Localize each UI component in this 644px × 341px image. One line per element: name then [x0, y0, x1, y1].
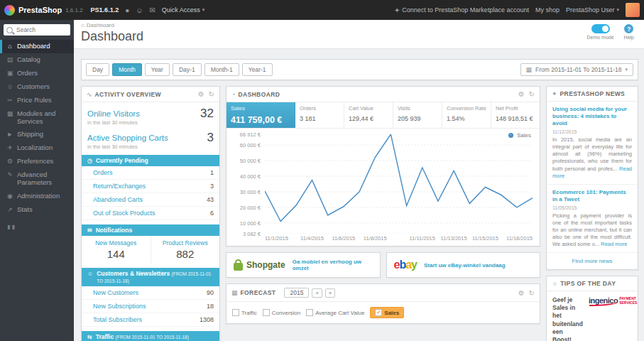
kpi-visits[interactable]: Visits205 939	[393, 102, 442, 128]
y-axis-label: 30 000 €	[240, 189, 261, 195]
date-range-picker[interactable]: ▦ From 2015-11-01 To 2015-11-18 ▾	[520, 63, 633, 76]
kpi-value: 205 939	[398, 115, 437, 122]
chart-plot-area[interactable]	[265, 134, 533, 234]
notification-new-messages[interactable]: New Messages144	[82, 236, 151, 264]
customers-newsletters-header: ☺ Customers & Newsletters (FROM 2015-11-…	[82, 268, 219, 286]
cart-icon[interactable]: ●	[125, 6, 129, 14]
kpi-label: Cart Value	[349, 105, 388, 112]
kpi-sales[interactable]: Sales411 759,00 €	[227, 102, 295, 128]
sidebar-item-preferences[interactable]: ⚙Preferences	[0, 155, 74, 168]
sales-line-chart	[265, 134, 533, 234]
messages-icon[interactable]: ✉	[149, 6, 155, 14]
breadcrumb[interactable]: ⌂ Dashboard	[81, 22, 143, 28]
sidebar-item-localization[interactable]: ✈Localization	[0, 141, 74, 155]
sidebar-item-modules-and-services[interactable]: ▩Modules and Services	[0, 107, 74, 129]
sidebar-item-administration[interactable]: ◉Administration	[0, 190, 74, 203]
marketplace-link[interactable]: ✦ Connect to PrestaShop Marketplace acco…	[394, 6, 529, 14]
activity-row-abandoned-carts[interactable]: Abandoned Carts43	[82, 193, 219, 207]
activity-row-out-of-stock-products[interactable]: Out of Stock Products6	[82, 207, 219, 220]
refresh-icon[interactable]: ↻	[529, 90, 535, 98]
activity-row-value: 1308	[200, 316, 214, 323]
shopgate-link[interactable]: Ga mobiel en verhoog uw omzet	[293, 259, 373, 271]
gear-icon[interactable]: ⚙	[198, 90, 204, 98]
activity-row-orders[interactable]: Orders1	[82, 166, 219, 180]
user-menu[interactable]: PrestaShop User ▾	[566, 6, 619, 13]
toggle-knob	[602, 26, 608, 32]
shipping-icon: ►	[6, 131, 13, 138]
kpi-cart-value[interactable]: Cart Value129,44 €	[344, 102, 393, 128]
help-icon[interactable]: ?	[624, 24, 633, 33]
filter-button-month-1[interactable]: Month-1	[204, 63, 239, 76]
activity-row-return-exchanges[interactable]: Return/Exchanges3	[82, 180, 219, 193]
forecast-legend-label: Traffic	[241, 310, 257, 316]
news-item: Ecommerce 101: Payments in a Tweet11/05/…	[547, 185, 638, 254]
read-more-link[interactable]: Read more	[601, 241, 627, 247]
forecast-icon: ▦	[231, 289, 238, 296]
quick-access-menu[interactable]: Quick Access ▾	[162, 6, 205, 13]
sidebar-item-dashboard[interactable]: ⌂Dashboard	[0, 40, 74, 53]
filter-button-day-1[interactable]: Day-1	[173, 63, 202, 76]
sidebar-item-stats[interactable]: ↗Stats	[0, 203, 74, 217]
activity-row-new-customers[interactable]: New Customers90	[82, 286, 219, 300]
active-carts-value: 3	[207, 131, 214, 145]
notification-value: 882	[154, 248, 217, 260]
filter-button-year-1[interactable]: Year-1	[242, 63, 273, 76]
sidebar-nav: ⌂Dashboard▤Catalog▣Orders☺Customers✂Pric…	[0, 40, 74, 217]
breadcrumb-label: Dashboard	[87, 22, 114, 28]
date-range-label: From 2015-11-01 To 2015-11-18	[535, 66, 621, 73]
sidebar-item-advanced-parameters[interactable]: ✎Advanced Parameters	[0, 168, 74, 190]
gear-icon[interactable]: ⚙	[518, 289, 525, 297]
online-visitors-link[interactable]: Online Visitors	[87, 109, 140, 118]
kpi-net-profit[interactable]: Net Profit148 918,51 €	[491, 102, 540, 128]
y-axis-label: 10 000 €	[240, 220, 261, 227]
forecast-year-select[interactable]: 2015	[284, 288, 309, 298]
activity-row-total-subscribers[interactable]: Total Subscribers1308	[82, 313, 219, 327]
gear-icon[interactable]: ⚙	[518, 90, 525, 98]
forecast-next-button[interactable]: »	[325, 288, 335, 298]
sidebar-item-label: Shipping	[17, 131, 43, 139]
panel-title: DASHBOARD	[238, 91, 280, 98]
prestashop-news-panel: ✦ PRESTASHOP NEWS Using social media for…	[546, 86, 638, 270]
activity-row-label: New Subscriptions	[93, 303, 146, 310]
sidebar-item-catalog[interactable]: ▤Catalog	[0, 53, 74, 67]
x-axis-label: 11/13/2015	[441, 235, 467, 242]
news-headline[interactable]: Using social media for your business: 4 …	[552, 106, 632, 127]
filter-button-month[interactable]: Month	[112, 63, 142, 76]
dashboard-icon: ⌂	[6, 43, 13, 50]
my-shop-link[interactable]: My shop	[535, 6, 560, 13]
forecast-prev-button[interactable]: «	[312, 288, 322, 298]
sidebar-item-customers[interactable]: ☺Customers	[0, 80, 74, 94]
activity-row-new-subscriptions[interactable]: New Subscriptions18	[82, 300, 219, 313]
find-more-news-link[interactable]: Find more news	[547, 253, 638, 269]
read-more-link[interactable]: Read more	[552, 166, 632, 179]
forecast-legend-sales[interactable]: ✓Sales	[370, 307, 404, 318]
refresh-icon[interactable]: ↻	[529, 289, 535, 297]
prestashop-logo[interactable]: PrestaShop 1.6.1.2	[4, 5, 83, 16]
filter-button-year[interactable]: Year	[145, 63, 170, 76]
forecast-legend-traffic[interactable]: Traffic	[232, 309, 257, 316]
avatar[interactable]	[626, 3, 640, 17]
kpi-value: 411 759,00 €	[231, 115, 290, 125]
demo-mode-label: Demo mode	[586, 35, 613, 40]
sidebar-item-orders[interactable]: ▣Orders	[0, 67, 74, 80]
kpi-orders[interactable]: Orders3 181	[295, 102, 344, 128]
sidebar-item-shipping[interactable]: ►Shipping	[0, 128, 74, 141]
ebay-link[interactable]: Start uw eBay-winkel vandaag	[424, 262, 506, 269]
news-headline[interactable]: Ecommerce 101: Payments in a Tweet	[552, 189, 632, 203]
refresh-icon[interactable]: ↻	[209, 90, 214, 98]
sidebar-item-price-rules[interactable]: ✂Price Rules	[0, 94, 74, 107]
customers-icon[interactable]: ☺	[136, 6, 143, 14]
filter-button-day[interactable]: Day	[86, 63, 109, 76]
kpi-conversion-rate[interactable]: Conversion Rate1.54%	[442, 102, 491, 128]
search-input[interactable]	[15, 26, 67, 34]
active-carts-link[interactable]: Active Shopping Carts	[87, 134, 168, 142]
notification-product-reviews[interactable]: Product Reviews882	[151, 236, 220, 264]
tips-of-the-day-panel: ☼ TIPS OF THE DAY Geef je Sales in het b…	[546, 276, 638, 341]
demo-mode-toggle[interactable]	[591, 24, 610, 33]
forecast-legend-conversion[interactable]: Conversion	[263, 309, 300, 316]
forecast-legend-average-cart-value[interactable]: Average Cart Value	[306, 309, 364, 316]
logo-version: 1.6.1.2	[65, 7, 82, 13]
sidebar-collapse-button[interactable]: ▮▮	[0, 217, 74, 230]
logo-text: PrestaShop	[18, 6, 62, 14]
sidebar-item-label: Price Rules	[17, 97, 52, 104]
